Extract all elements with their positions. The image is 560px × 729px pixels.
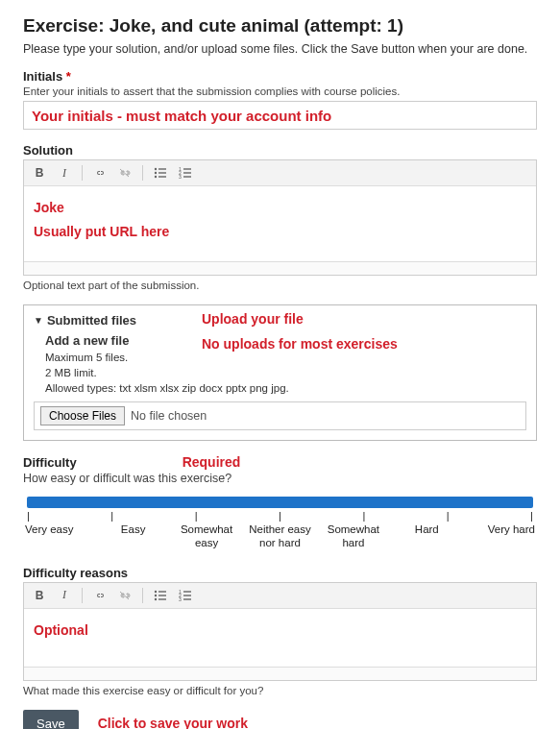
link-icon[interactable]	[90, 164, 110, 182]
toolbar-separator	[82, 165, 83, 181]
svg-text:3: 3	[179, 596, 182, 601]
solution-line: Usually put URL here	[34, 220, 526, 244]
reasons-editor[interactable]: B I 123 Optional	[23, 582, 537, 681]
required-star-icon: *	[66, 69, 71, 84]
toolbar-separator	[82, 588, 83, 603]
svg-text:3: 3	[179, 174, 182, 179]
page-intro: Please type your solution, and/or upload…	[23, 42, 537, 56]
number-list-icon[interactable]: 123	[176, 587, 195, 604]
upload-annotation: Upload your file	[202, 311, 304, 327]
slider-label: Neither easy nor hard	[243, 522, 316, 552]
bold-button[interactable]: B	[30, 587, 49, 604]
initials-label: Initials *	[23, 69, 537, 84]
svg-point-12	[155, 591, 157, 593]
svg-point-0	[155, 168, 157, 170]
slider-label: Hard	[390, 522, 463, 552]
unlink-icon[interactable]	[115, 587, 134, 604]
bold-button[interactable]: B	[30, 164, 49, 182]
no-file-chosen-text: No file chosen	[131, 409, 207, 423]
bullet-list-icon[interactable]	[151, 164, 170, 182]
difficulty-slider[interactable]	[27, 497, 533, 508]
solution-body[interactable]: Joke Usually put URL here	[24, 186, 536, 261]
submitted-files-title: Submitted files	[47, 313, 136, 328]
slider-ticks: |||||||	[27, 510, 533, 522]
svg-rect-17	[158, 598, 166, 599]
solution-label: Solution	[23, 143, 537, 158]
slider-label: Easy	[96, 522, 169, 552]
reasons-body[interactable]: Optional	[24, 609, 536, 667]
editor-toolbar: B I 123	[24, 160, 536, 186]
save-annotation: Click to save your work	[98, 716, 248, 729]
editor-toolbar: B I 123	[24, 583, 536, 609]
page-title: Exercise: Joke, and cute animal (attempt…	[23, 15, 537, 36]
slider-label: Somewhat easy	[170, 522, 243, 552]
reasons-label: Difficulty reasons	[23, 566, 537, 580]
solution-line: Joke	[34, 196, 526, 220]
solution-editor[interactable]: B I 123 Joke Usually put URL here	[23, 159, 537, 276]
choose-files-button[interactable]: Choose Files	[40, 406, 125, 425]
reasons-caption: What made this exercise easy or difficul…	[23, 685, 537, 696]
slider-label: Very easy	[23, 522, 96, 552]
toolbar-separator	[142, 165, 143, 181]
bullet-list-icon[interactable]	[151, 587, 170, 604]
slider-label: Very hard	[464, 522, 537, 552]
submitted-files-box: ▼ Submitted files Upload your file No up…	[23, 304, 537, 441]
file-input-row: Choose Files No file chosen	[34, 401, 526, 430]
svg-point-2	[155, 172, 157, 174]
slider-labels: Very easy Easy Somewhat easy Neither eas…	[23, 522, 537, 552]
svg-rect-3	[158, 172, 166, 173]
svg-rect-5	[158, 176, 166, 177]
svg-rect-7	[183, 168, 191, 169]
required-annotation: Required	[183, 454, 241, 470]
upload-annotation-2: No uploads for most exercises	[202, 336, 398, 352]
italic-button[interactable]: I	[55, 164, 74, 182]
svg-rect-13	[158, 591, 166, 592]
editor-resize-handle[interactable]	[24, 667, 536, 680]
svg-rect-1	[158, 168, 166, 169]
number-list-icon[interactable]: 123	[176, 164, 195, 182]
toolbar-separator	[142, 588, 143, 603]
save-button[interactable]: Save	[23, 710, 79, 729]
svg-rect-15	[158, 595, 166, 595]
max-files-text: Maximum 5 files.	[45, 350, 526, 365]
initials-input[interactable]	[23, 101, 537, 130]
svg-point-4	[155, 176, 157, 178]
size-limit-text: 2 MB limit.	[45, 365, 526, 380]
reasons-line: Optional	[34, 619, 526, 643]
svg-rect-23	[183, 598, 191, 599]
italic-button[interactable]: I	[55, 587, 74, 604]
svg-rect-21	[183, 595, 191, 595]
initials-help: Enter your initials to assert that the s…	[23, 85, 537, 97]
svg-point-16	[155, 598, 157, 600]
unlink-icon[interactable]	[115, 164, 134, 182]
solution-caption: Optional text part of the submission.	[23, 279, 537, 291]
link-icon[interactable]	[90, 587, 110, 604]
svg-point-14	[155, 595, 157, 596]
svg-rect-11	[183, 176, 191, 177]
collapse-triangle-icon[interactable]: ▼	[34, 315, 43, 326]
difficulty-label: Difficulty	[23, 455, 77, 470]
svg-rect-9	[183, 172, 191, 173]
difficulty-help: How easy or difficult was this exercise?	[23, 472, 537, 485]
editor-resize-handle[interactable]	[24, 261, 536, 275]
svg-rect-19	[183, 591, 191, 592]
initials-label-text: Initials	[23, 69, 62, 84]
slider-label: Somewhat hard	[317, 522, 390, 552]
allowed-types-text: Allowed types: txt xlsm xlsx zip docx pp…	[45, 380, 526, 396]
